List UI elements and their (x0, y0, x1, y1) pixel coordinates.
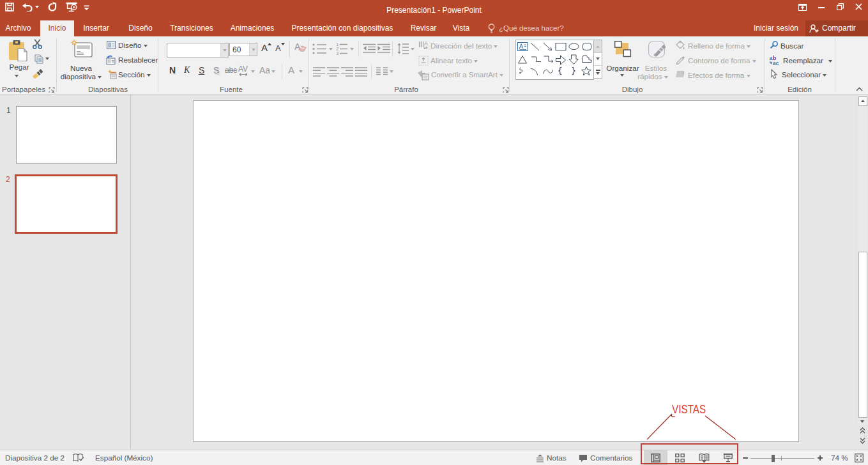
svg-text:ac: ac (773, 60, 779, 66)
svg-text:A: A (424, 40, 428, 47)
svg-text:3: 3 (337, 51, 339, 55)
svg-text:2: 2 (337, 47, 339, 51)
